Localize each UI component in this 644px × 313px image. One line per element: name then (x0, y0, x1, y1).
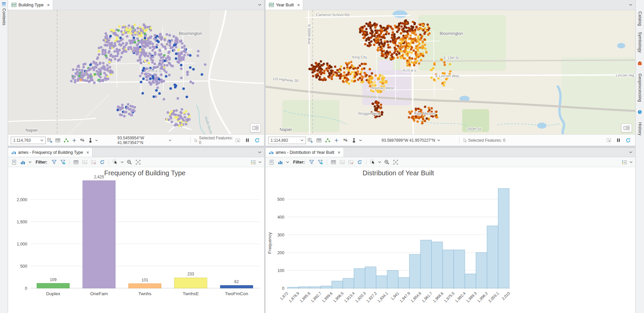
filter-by-selection-icon[interactable] (316, 158, 324, 167)
show-data-table-icon[interactable] (329, 158, 337, 167)
chart-area-year-built[interactable]: Distribution of Year Built Frequency 010… (266, 167, 635, 313)
chevron-down-icon[interactable] (257, 158, 262, 167)
legend-toggle-icon[interactable] (249, 158, 257, 167)
histogram-bar[interactable] (487, 226, 498, 288)
filter-by-extent-icon[interactable] (50, 158, 58, 167)
dock-tab-history[interactable]: History (638, 122, 642, 135)
overview-button[interactable] (621, 124, 632, 132)
coordinates-display[interactable]: 93.5459954°W 41.9673547°N (117, 136, 171, 145)
tab-distribution-year-built[interactable]: ames - Distribution of Year Built × (266, 148, 344, 157)
show-data-table-icon[interactable] (72, 158, 80, 167)
overview-button[interactable] (250, 124, 261, 132)
histogram-bar[interactable] (354, 269, 365, 288)
select-mode-icon[interactable] (369, 158, 377, 167)
snapping-icon[interactable] (324, 136, 332, 144)
chart-type-icon[interactable] (276, 158, 284, 167)
bar[interactable] (37, 283, 70, 288)
chevron-down-icon[interactable] (359, 139, 362, 141)
close-icon[interactable]: × (337, 150, 340, 155)
chart-properties-icon[interactable] (268, 158, 276, 167)
north-arrow-icon[interactable]: N (79, 136, 86, 144)
histogram-bar[interactable] (298, 287, 310, 288)
bar[interactable] (220, 285, 253, 288)
dock-tab-catalog[interactable]: Catalog (638, 11, 642, 26)
crosshair-icon[interactable] (71, 136, 78, 144)
explore-tool-icon[interactable] (87, 136, 94, 144)
filter-by-selection-icon[interactable] (59, 158, 67, 167)
refresh-chart-icon[interactable] (356, 158, 364, 167)
scale-combobox[interactable]: 1:114,882 (268, 137, 306, 144)
close-icon[interactable]: × (297, 3, 300, 7)
tab-building-type[interactable]: Building Type × (8, 0, 53, 10)
histogram-bar[interactable] (465, 274, 476, 288)
close-icon[interactable]: × (86, 150, 89, 155)
chart-area-building-type[interactable]: Frequency of Building Type 05001,0001,50… (8, 167, 264, 313)
bar[interactable] (174, 278, 207, 288)
full-extent-icon[interactable] (392, 158, 400, 167)
switch-selection-icon[interactable] (81, 158, 89, 167)
attribute-table-icon[interactable] (315, 136, 323, 144)
histogram-bar[interactable] (365, 267, 376, 288)
chevron-down-icon[interactable] (377, 158, 382, 167)
chevron-down-icon[interactable] (258, 4, 261, 6)
histogram-bar[interactable] (310, 287, 321, 288)
chart-properties-icon[interactable] (10, 158, 18, 167)
histogram-bar[interactable] (476, 253, 487, 288)
chevron-down-icon[interactable] (95, 139, 98, 141)
select-box-icon[interactable] (605, 136, 613, 144)
zoom-in-icon[interactable] (125, 158, 133, 167)
tab-frequency-building-type[interactable]: ames - Frequency of Building Type × (8, 148, 92, 157)
legend-toggle-icon[interactable] (620, 158, 629, 167)
histogram-bar[interactable] (443, 250, 454, 288)
histogram-bar[interactable] (454, 250, 465, 288)
map-canvas-building-type[interactable]: Bloomington Ames Napier South Skunk Rive… (8, 10, 264, 134)
select-mode-icon[interactable] (111, 158, 119, 167)
histogram-bar[interactable] (409, 254, 420, 288)
histogram-bar[interactable] (376, 276, 387, 288)
tab-year-built[interactable]: Year Built × (266, 0, 303, 10)
refresh-chart-icon[interactable] (98, 158, 106, 167)
north-arrow-icon[interactable]: N (341, 136, 349, 144)
full-extent-icon[interactable] (134, 158, 142, 167)
histogram-bar[interactable] (287, 287, 298, 288)
clear-selection-icon[interactable] (89, 158, 97, 167)
refresh-icon[interactable] (253, 136, 261, 144)
histogram-bar[interactable] (498, 188, 509, 288)
dock-tab-geoprocessing[interactable]: Geoprocessing (638, 74, 642, 102)
histogram-bar[interactable] (321, 286, 332, 288)
select-box-icon[interactable] (234, 136, 242, 144)
histogram-bar[interactable] (387, 270, 398, 288)
close-icon[interactable]: × (47, 3, 50, 7)
chevron-down-icon[interactable] (629, 151, 633, 153)
chevron-down-icon[interactable] (629, 4, 633, 6)
refresh-icon[interactable] (624, 136, 632, 144)
chevron-down-icon[interactable] (120, 158, 125, 167)
crosshair-icon[interactable] (332, 136, 340, 144)
histogram-bar[interactable] (420, 240, 432, 288)
pause-drawing-icon[interactable] (614, 136, 622, 144)
grid-plus-icon[interactable] (46, 136, 53, 144)
histogram-bar[interactable] (332, 281, 343, 288)
snapping-icon[interactable] (62, 136, 70, 144)
zoom-in-icon[interactable] (383, 158, 391, 167)
clear-selection-icon[interactable] (347, 158, 355, 167)
attribute-table-icon[interactable] (54, 136, 62, 144)
filter-by-extent-icon[interactable] (308, 158, 316, 167)
chevron-down-icon[interactable] (285, 158, 290, 167)
dock-tab-contents[interactable]: Contents (2, 8, 6, 25)
map-canvas-year-built[interactable]: Cameron School Rd N 500th Ave Bloomingto… (266, 10, 635, 134)
coordinates-display[interactable]: 93.5887899°W 41.9570227°N (381, 138, 440, 143)
bar[interactable] (83, 181, 115, 288)
histogram-bar[interactable] (398, 277, 409, 288)
pause-drawing-icon[interactable] (243, 136, 251, 144)
scale-combobox[interactable]: 1:114,763 (11, 137, 46, 144)
histogram-bar[interactable] (343, 278, 354, 288)
switch-selection-icon[interactable] (338, 158, 346, 167)
grid-plus-icon[interactable] (306, 136, 314, 144)
chevron-down-icon[interactable] (629, 158, 633, 167)
chevron-down-icon[interactable] (28, 158, 32, 167)
dock-tab-symbology[interactable]: Symbology (638, 32, 642, 53)
chevron-down-icon[interactable] (258, 151, 261, 153)
explore-tool-icon[interactable] (350, 136, 358, 144)
bar[interactable] (129, 284, 161, 288)
